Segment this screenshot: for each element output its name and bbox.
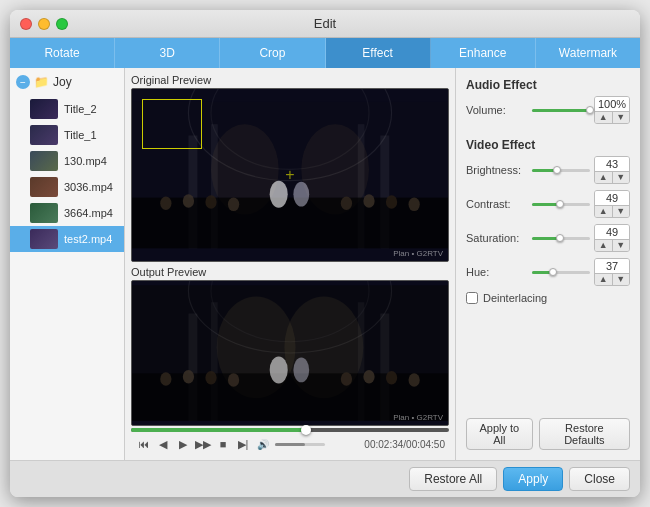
output-preview-section: Output Preview [131, 266, 449, 454]
video-effect-title: Video Effect [466, 138, 630, 152]
tab-3d[interactable]: 3D [115, 38, 220, 68]
svg-point-39 [409, 373, 420, 387]
volume-decrement-button[interactable]: ▼ [613, 112, 630, 123]
saturation-stepper-value: 49 [595, 225, 629, 240]
sidebar-thumb-3036 [30, 177, 58, 197]
deinterlacing-row: Deinterlacing [466, 292, 630, 304]
sidebar-item-label: test2.mp4 [64, 233, 112, 245]
restore-defaults-button[interactable]: Restore Defaults [539, 418, 630, 450]
sidebar-item-title2[interactable]: Title_2 [10, 96, 124, 122]
brightness-slider-thumb[interactable] [553, 166, 561, 174]
hue-stepper[interactable]: 37 ▲ ▼ [594, 258, 630, 286]
contrast-label: Contrast: [466, 198, 528, 210]
sidebar-item-label: Title_1 [64, 129, 97, 141]
progress-bar-fill [131, 428, 306, 432]
sidebar-item-label: Title_2 [64, 103, 97, 115]
next-frame-button[interactable]: ▶| [235, 436, 251, 452]
tab-enhance[interactable]: Enhance [431, 38, 536, 68]
brightness-decrement-button[interactable]: ▼ [613, 172, 630, 183]
main-window: Edit Rotate 3D Crop Effect Enhance Water… [10, 10, 640, 497]
svg-point-38 [386, 371, 397, 385]
tab-rotate[interactable]: Rotate [10, 38, 115, 68]
prev-frame-button[interactable]: ◀ [155, 436, 171, 452]
folder-icon: 📁 [34, 75, 49, 89]
fast-forward-button[interactable]: ▶▶ [195, 436, 211, 452]
brightness-stepper-buttons: ▲ ▼ [595, 172, 629, 183]
step-back-button[interactable]: ⏮ [135, 436, 151, 452]
crosshair-icon: + [285, 166, 294, 184]
svg-point-13 [183, 194, 194, 208]
saturation-slider-thumb[interactable] [556, 234, 564, 242]
sidebar-item-3664mp4[interactable]: 3664.mp4 [10, 200, 124, 226]
collapse-icon[interactable]: − [16, 75, 30, 89]
tab-effect[interactable]: Effect [326, 38, 431, 68]
hue-decrement-button[interactable]: ▼ [613, 274, 630, 285]
original-video-scene: + Plan • G2RTV [132, 89, 448, 261]
contrast-slider-thumb[interactable] [556, 200, 564, 208]
volume-slider-track[interactable] [532, 109, 590, 112]
minimize-window-button[interactable] [38, 18, 50, 30]
brightness-increment-button[interactable]: ▲ [595, 172, 613, 183]
output-video-scene: Plan • G2RTV [132, 281, 448, 425]
apply-button[interactable]: Apply [503, 467, 563, 491]
play-button[interactable]: ▶ [175, 436, 191, 452]
sidebar-item-title1[interactable]: Title_1 [10, 122, 124, 148]
saturation-stepper[interactable]: 49 ▲ ▼ [594, 224, 630, 252]
deinterlacing-checkbox[interactable] [466, 292, 478, 304]
svg-point-14 [205, 195, 216, 209]
hue-increment-button[interactable]: ▲ [595, 274, 613, 285]
volume-slider-thumb[interactable] [586, 106, 594, 114]
contrast-stepper-buttons: ▲ ▼ [595, 206, 629, 217]
sidebar-item-test2mp4[interactable]: test2.mp4 [10, 226, 124, 252]
volume-icon[interactable]: 🔊 [255, 436, 271, 452]
sidebar-thumb-3664 [30, 203, 58, 223]
svg-point-30 [270, 356, 288, 383]
volume-label: Volume: [466, 104, 528, 116]
contrast-stepper[interactable]: 49 ▲ ▼ [594, 190, 630, 218]
output-preview-label: Output Preview [131, 266, 449, 278]
volume-increment-button[interactable]: ▲ [595, 112, 613, 123]
sidebar-thumb-title1 [30, 125, 58, 145]
svg-point-15 [228, 198, 239, 212]
output-preview-video: Plan • G2RTV [131, 280, 449, 426]
saturation-slider-track[interactable] [532, 237, 590, 240]
svg-point-36 [341, 372, 352, 386]
hue-slider-track[interactable] [532, 271, 590, 274]
hue-slider-thumb[interactable] [549, 268, 557, 276]
volume-stepper[interactable]: 100% ▲ ▼ [594, 96, 630, 124]
saturation-increment-button[interactable]: ▲ [595, 240, 613, 251]
content-area: Original Preview [125, 68, 455, 460]
svg-point-35 [228, 373, 239, 387]
volume-slider[interactable] [275, 443, 325, 446]
contrast-decrement-button[interactable]: ▼ [613, 206, 630, 217]
video-effect-section: Video Effect Brightness: 43 ▲ ▼ [466, 138, 630, 304]
close-window-button[interactable] [20, 18, 32, 30]
sidebar-item-130mp4[interactable]: 130.mp4 [10, 148, 124, 174]
brightness-slider-track[interactable] [532, 169, 590, 172]
saturation-decrement-button[interactable]: ▼ [613, 240, 630, 251]
time-display: 00:02:34/00:04:50 [364, 439, 445, 450]
output-arch-background [132, 281, 448, 425]
sidebar: − 📁 Joy Title_2 Title_1 130.mp4 3036.mp4 [10, 68, 125, 460]
svg-point-11 [293, 182, 309, 207]
progress-bar-track[interactable] [131, 428, 449, 432]
original-preview-video: + Plan • G2RTV [131, 88, 449, 262]
tab-watermark[interactable]: Watermark [536, 38, 640, 68]
brightness-stepper[interactable]: 43 ▲ ▼ [594, 156, 630, 184]
maximize-window-button[interactable] [56, 18, 68, 30]
progress-bar-thumb[interactable] [301, 425, 311, 435]
contrast-control-row: Contrast: 49 ▲ ▼ [466, 190, 630, 218]
sidebar-item-3036mp4[interactable]: 3036.mp4 [10, 174, 124, 200]
progress-bar-container[interactable] [131, 426, 449, 434]
close-button[interactable]: Close [569, 467, 630, 491]
folder-label: Joy [53, 75, 72, 89]
stop-button[interactable]: ■ [215, 436, 231, 452]
restore-all-button[interactable]: Restore All [409, 467, 497, 491]
apply-to-all-button[interactable]: Apply to All [466, 418, 533, 450]
tab-crop[interactable]: Crop [220, 38, 325, 68]
contrast-slider-track[interactable] [532, 203, 590, 206]
svg-point-31 [293, 358, 309, 383]
output-video-watermark: Plan • G2RTV [393, 413, 443, 422]
svg-point-18 [386, 195, 397, 209]
contrast-increment-button[interactable]: ▲ [595, 206, 613, 217]
